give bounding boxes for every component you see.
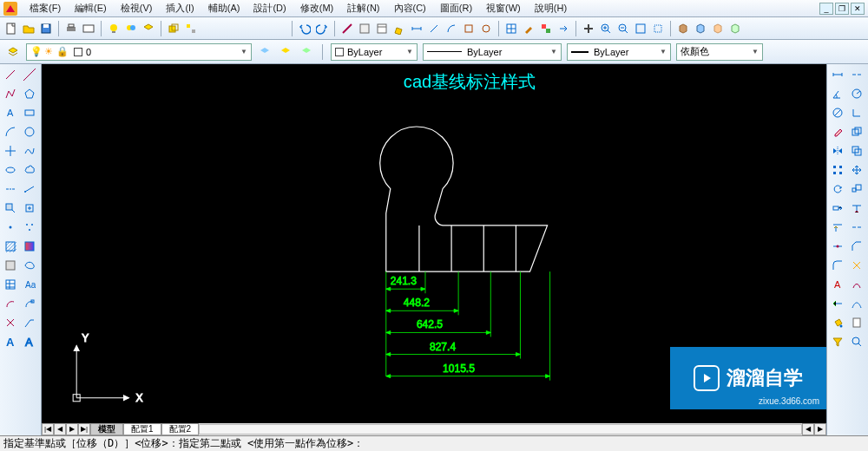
- arc-sel-tool[interactable]: [21, 295, 38, 312]
- bucket-tool[interactable]: [829, 314, 846, 331]
- arrow-tool-button[interactable]: [556, 21, 571, 36]
- multipoint-tool[interactable]: [21, 219, 38, 236]
- leader-tool[interactable]: [21, 314, 38, 331]
- table-button[interactable]: [503, 21, 519, 36]
- menu-viewwin[interactable]: 視窗(W): [479, 0, 528, 16]
- zoom-out-button[interactable]: [615, 21, 631, 36]
- properties-button[interactable]: [374, 21, 390, 36]
- lineweight-combo[interactable]: ByLayer ▼: [567, 43, 671, 61]
- zoom-in-button[interactable]: [598, 21, 614, 36]
- print-button[interactable]: [63, 21, 79, 36]
- boundary-tool[interactable]: [21, 257, 38, 274]
- block-make-tool[interactable]: [21, 199, 38, 217]
- pencil-edit-button[interactable]: [391, 21, 407, 36]
- menu-insert[interactable]: 插入(I): [159, 0, 201, 16]
- drawing-canvas[interactable]: cad基线标注样式 241.3: [42, 64, 826, 435]
- brush-button[interactable]: [521, 21, 536, 36]
- arc-small-tool[interactable]: [2, 295, 19, 312]
- table-tool[interactable]: [2, 276, 19, 293]
- tab-prev-button[interactable]: ◀: [54, 423, 66, 435]
- layer-copy-button[interactable]: [166, 21, 181, 36]
- offset-tool[interactable]: [848, 142, 865, 160]
- pan-button[interactable]: [581, 21, 596, 36]
- mirror-tool[interactable]: [829, 142, 846, 160]
- redo-button[interactable]: [314, 21, 330, 36]
- dim-align-button[interactable]: [426, 21, 442, 36]
- polygon-tool[interactable]: [21, 85, 38, 102]
- 3d-view-d-button[interactable]: [727, 21, 743, 36]
- menu-help[interactable]: 說明(H): [528, 0, 574, 16]
- text-hollow-a-tool[interactable]: A: [21, 333, 38, 350]
- hatch-tool[interactable]: [2, 238, 19, 255]
- 3d-view-c-button[interactable]: [710, 21, 726, 36]
- window-minimize-button[interactable]: _: [819, 3, 833, 15]
- join-tool[interactable]: [829, 238, 846, 255]
- scale-tool[interactable]: [848, 180, 865, 198]
- explode2-tool[interactable]: [848, 257, 865, 274]
- tab-model[interactable]: 模型: [90, 423, 123, 435]
- copy-tool[interactable]: [848, 123, 865, 141]
- chamfer-tool[interactable]: [848, 238, 865, 255]
- window-restore-button[interactable]: ❐: [835, 3, 849, 15]
- zoom-extents-button[interactable]: [633, 21, 648, 36]
- region-tool[interactable]: [2, 257, 19, 274]
- line-tool[interactable]: [2, 66, 19, 83]
- block-insert-tool[interactable]: [2, 199, 19, 217]
- command-line[interactable]: [0, 435, 868, 451]
- linetype-combo[interactable]: ByLayer ▼: [423, 43, 562, 61]
- menu-assist[interactable]: 輔助(A): [201, 0, 247, 16]
- dim-diameter-tool[interactable]: [829, 104, 846, 121]
- break-tool[interactable]: [848, 219, 865, 236]
- magnifier-tool[interactable]: [848, 333, 865, 350]
- plotstyle-combo[interactable]: 依顏色 ▼: [676, 43, 763, 61]
- stretch-tool[interactable]: [829, 199, 846, 217]
- move2-tool[interactable]: [848, 161, 865, 179]
- undo-button[interactable]: [297, 21, 312, 36]
- save-button[interactable]: [38, 21, 54, 36]
- tab-next-button[interactable]: ▶: [66, 423, 78, 435]
- open-file-button[interactable]: [21, 21, 36, 36]
- tab-layout1[interactable]: 配置1: [123, 423, 161, 435]
- tab-layout2[interactable]: 配置2: [161, 423, 200, 435]
- ellipse-tool[interactable]: [2, 161, 19, 179]
- free-shape-tool[interactable]: [848, 276, 865, 293]
- text-a-tool[interactable]: A: [2, 104, 19, 121]
- tab-last-button[interactable]: ▶|: [78, 423, 90, 435]
- erase-tool[interactable]: [829, 123, 846, 141]
- dim-angular-tool[interactable]: [829, 85, 846, 102]
- hreg-tool[interactable]: [2, 180, 19, 198]
- dim-check-tool[interactable]: [829, 295, 846, 312]
- menu-view[interactable]: 檢視(V): [114, 0, 160, 16]
- hscroll-left-button[interactable]: ◀: [802, 423, 814, 435]
- menu-modify[interactable]: 修改(M): [293, 0, 341, 16]
- dim-linear-tool[interactable]: [829, 66, 846, 83]
- array-tool[interactable]: [829, 161, 846, 179]
- point-tool[interactable]: [2, 219, 19, 236]
- filter-tool[interactable]: [829, 333, 846, 350]
- extend-tool[interactable]: [829, 219, 846, 236]
- polyline-tool[interactable]: [2, 85, 19, 102]
- bulb-yellow-icon[interactable]: [106, 21, 122, 36]
- menu-file[interactable]: 檔案(F): [23, 0, 68, 16]
- mtext-tool[interactable]: Aa: [21, 276, 38, 293]
- window-close-button[interactable]: ✕: [851, 3, 865, 15]
- dim-radius-tool[interactable]: [848, 85, 865, 102]
- menu-annotate[interactable]: 註解(N): [340, 0, 386, 16]
- text-red-a-tool[interactable]: A: [829, 276, 846, 293]
- sheet-button[interactable]: [357, 21, 372, 36]
- tab-first-button[interactable]: |◀: [42, 423, 54, 435]
- menu-design[interactable]: 設計(D): [247, 0, 293, 16]
- preview-button[interactable]: [81, 21, 96, 36]
- measure-button[interactable]: [339, 21, 355, 36]
- dim-tool[interactable]: [21, 180, 38, 198]
- rectangle-tool[interactable]: [21, 104, 38, 121]
- arc-tool[interactable]: [2, 123, 19, 141]
- menu-content[interactable]: 內容(C): [387, 0, 433, 16]
- new-file-button[interactable]: [3, 21, 19, 36]
- gradient-tool[interactable]: [21, 238, 38, 255]
- color-combo[interactable]: ByLayer ▼: [331, 43, 418, 61]
- explode-tool[interactable]: [2, 314, 19, 331]
- icon-tool-a[interactable]: [461, 21, 477, 36]
- 3d-view-b-button[interactable]: [693, 21, 708, 36]
- layer-tool-a[interactable]: [257, 44, 273, 60]
